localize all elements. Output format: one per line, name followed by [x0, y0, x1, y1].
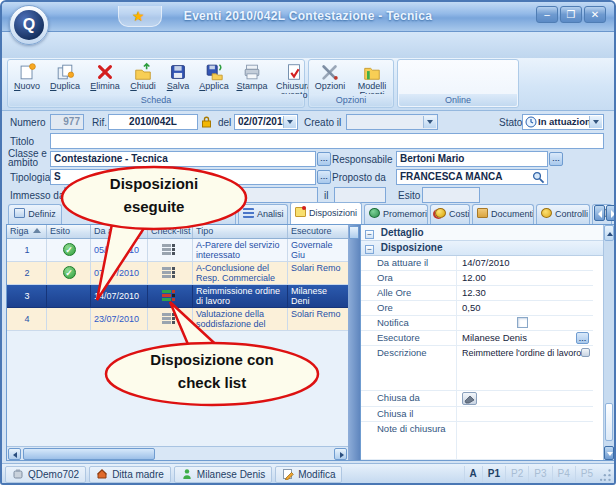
statusbar-mode[interactable]: Modifica	[275, 466, 342, 483]
collapse-box-icon[interactable]: −	[365, 230, 374, 239]
collapse-box-icon[interactable]: −	[365, 245, 374, 254]
collapse-chevron-icon[interactable]	[604, 225, 614, 241]
detail-scrollbar[interactable]	[603, 225, 614, 460]
flag-p3[interactable]: P3	[528, 466, 551, 482]
numero-field[interactable]: 977	[50, 114, 84, 130]
stato-dropdown-icon[interactable]	[589, 116, 602, 128]
chiudi-button[interactable]: Chiudi	[125, 61, 161, 97]
immesso-field[interactable]	[64, 187, 180, 203]
statusbar-flags: A P1 P2 P3 P4 P5	[464, 466, 614, 483]
opzioni-button[interactable]: Opzioni	[310, 61, 350, 97]
eraser-icon[interactable]	[462, 392, 477, 405]
tab-controlli[interactable]: Controlli	[536, 204, 590, 224]
col-header-riga[interactable]: Riga	[7, 225, 47, 238]
scroll-down-icon[interactable]	[604, 446, 614, 460]
detail-field-value[interactable]: 12.30	[457, 286, 593, 300]
search-icon[interactable]	[532, 171, 545, 184]
col-header-esecutore[interactable]: Esecutore	[288, 225, 348, 238]
titolo-field[interactable]	[50, 133, 604, 149]
flag-a[interactable]: A	[464, 466, 482, 482]
scroll-right-icon[interactable]	[334, 448, 347, 460]
del-dropdown-icon[interactable]	[283, 116, 296, 128]
table-row-selected[interactable]: 3 14/07/2010 Reimmissione ordine di lavo…	[7, 285, 348, 308]
classe-field[interactable]: Contestazione - Tecnica	[50, 151, 316, 167]
detail-field-label: Da attuare il	[361, 256, 457, 270]
tabstrip-scroll-left[interactable]	[594, 205, 605, 221]
chiuso-da-field[interactable]	[218, 187, 318, 203]
close-button[interactable]: ✕	[584, 6, 606, 23]
tipologia-lookup-button[interactable]: …	[317, 170, 331, 184]
detail-field-value[interactable]: 12.00	[457, 271, 593, 285]
elimina-button[interactable]: Elimina	[85, 61, 125, 97]
flag-p4[interactable]: P4	[552, 466, 575, 482]
detail-row: Descrizione Reimmettere l'ordine di lavo…	[361, 346, 593, 391]
checklist-colored-icon[interactable]	[162, 289, 177, 303]
app-menu-button[interactable]: Q	[9, 5, 49, 45]
stampa-button[interactable]: Stampa	[233, 61, 271, 97]
detail-field-value[interactable]: 14/07/2010	[457, 256, 593, 270]
tab-analisi[interactable]: Analisi	[238, 204, 288, 224]
del-date-field[interactable]: 02/07/2010	[234, 114, 298, 130]
tabstrip-scroll-right[interactable]	[606, 205, 616, 221]
lock-icon[interactable]	[200, 115, 213, 129]
classe-lookup-button[interactable]: …	[317, 152, 331, 166]
tab-documenti[interactable]: Documenti	[472, 204, 534, 224]
expand-handle-icon[interactable]	[581, 348, 590, 357]
grid-horizontal-scrollbar[interactable]	[7, 446, 348, 460]
scroll-up-icon[interactable]	[349, 226, 359, 239]
checklist-icon[interactable]	[162, 243, 177, 257]
detail-group-header[interactable]: − Disposizione	[361, 241, 603, 256]
rif-field[interactable]: 2010/042L	[108, 114, 198, 130]
checklist-icon[interactable]	[162, 266, 177, 280]
maximize-button[interactable]: ❒	[560, 6, 582, 23]
statusbar-database[interactable]: QDemo702	[5, 466, 86, 483]
detail-field-value[interactable]	[457, 407, 593, 421]
table-row[interactable]: 1 ✓ 05/07/2010 A-Parere del servizio int…	[7, 239, 348, 262]
tab-promemoria[interactable]: Promemoria	[364, 204, 428, 224]
scroll-left-icon[interactable]	[8, 448, 21, 460]
col-header-checklist[interactable]: Check-list	[148, 225, 193, 238]
col-header-da-attuare[interactable]: Da attuare il	[91, 225, 148, 238]
stato-field[interactable]: In attuazione	[522, 114, 604, 130]
flag-p1[interactable]: P1	[482, 466, 505, 482]
esito-field[interactable]	[422, 187, 480, 203]
detail-field-value[interactable]: Milanese Denis	[457, 331, 593, 345]
scrollbar-thumb[interactable]	[605, 403, 613, 441]
responsabile-lookup-button[interactable]: …	[549, 152, 563, 166]
database-icon	[12, 468, 24, 480]
tab-fragment[interactable]: zzati	[206, 204, 236, 224]
chiuso-il-field[interactable]	[334, 187, 386, 203]
tab-costi[interactable]: Costi	[430, 204, 470, 224]
table-row[interactable]: 2 ✓ 07/07/2010 A-Conclusione del Resp. C…	[7, 262, 348, 285]
tipologia-field[interactable]: S	[50, 169, 316, 185]
duplicate-pages-icon	[54, 62, 76, 82]
checklist-icon[interactable]	[162, 312, 177, 326]
duplica-button[interactable]: Duplica	[45, 61, 85, 97]
nuovo-button[interactable]: Nuovo	[9, 61, 45, 97]
detail-field-value[interactable]: 0,50	[457, 301, 593, 315]
table-row[interactable]: 4 23/07/2010 Valutazione della soddisfaz…	[7, 308, 348, 331]
proposto-field[interactable]: FRANCESCA MANCA	[396, 169, 548, 185]
creato-il-field[interactable]	[346, 114, 438, 130]
creato-il-dropdown-icon[interactable]	[423, 116, 436, 128]
grid-vertical-scrollbar[interactable]	[348, 225, 360, 460]
applica-button[interactable]: Applica	[195, 61, 233, 97]
esecutore-lookup-button[interactable]: …	[576, 332, 589, 344]
modelli-eventi-button[interactable]: Modelli Eventi	[350, 61, 394, 97]
minimize-button[interactable]: –	[536, 6, 558, 23]
col-header-esito[interactable]: Esito	[47, 225, 91, 238]
responsabile-field[interactable]: Bertoni Mario	[396, 151, 548, 167]
statusbar-user[interactable]: Milanese Denis	[174, 466, 272, 483]
detail-field-value[interactable]: Reimmettere l'ordine di lavoro	[457, 346, 593, 360]
notifica-checkbox[interactable]	[517, 317, 528, 328]
tab-definizione[interactable]: Definiz	[8, 204, 62, 224]
tipologia-label: Tipologia	[10, 172, 50, 183]
col-header-tipo[interactable]: Tipo	[193, 225, 288, 238]
flag-p2[interactable]: P2	[505, 466, 528, 482]
resize-grip-icon[interactable]	[600, 467, 612, 481]
scrollbar-thumb[interactable]	[23, 448, 155, 460]
tab-disposizioni[interactable]: Disposizioni	[290, 202, 362, 224]
statusbar-company[interactable]: Ditta madre	[89, 466, 171, 483]
flag-p5[interactable]: P5	[575, 466, 598, 482]
salva-button[interactable]: Salva	[161, 61, 195, 97]
